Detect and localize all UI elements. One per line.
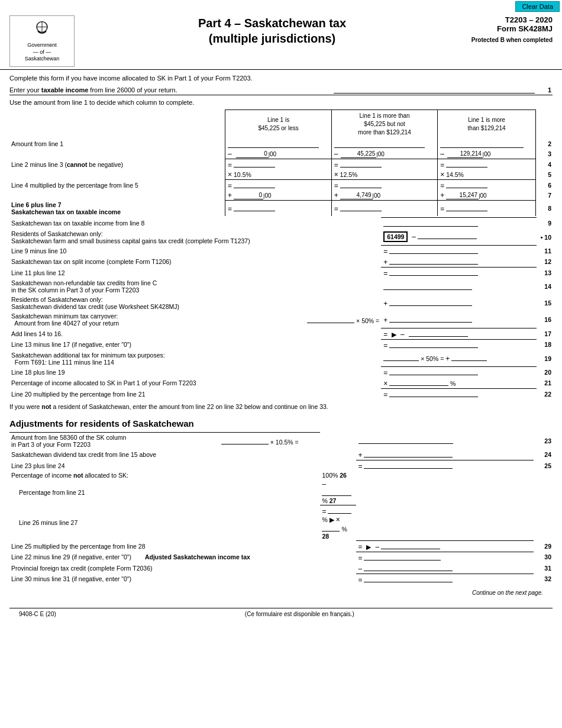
table-row: – 0|00 – 45,225|00 – 129,214|00 3	[9, 149, 553, 159]
table-row: Amount from line 1 2	[9, 138, 553, 149]
table-row: × 10.5% × 12.5% × 14.5% 5	[9, 170, 553, 180]
row2-col3	[438, 138, 535, 149]
table-row: Provincial foreign tax credit (complete …	[9, 563, 553, 574]
table-row: Add lines 14 to 16. = ▶ – 17	[9, 328, 553, 339]
not-resident-instruction: If you were not a resident of Saskatchew…	[9, 403, 553, 410]
table-row: Line 26 minus line 27 = % ▶ × % 28	[9, 505, 553, 541]
table-row: Saskatchewan dividend tax credit from li…	[9, 449, 553, 460]
table-row: Line 22 minus line 29 (if negative, ente…	[9, 552, 553, 563]
row2-label: Amount from line 1	[9, 138, 225, 149]
col2-header: Line 1 is more than$45,225 but notmore t…	[331, 110, 438, 139]
table-row: Line 13 minus line 17 (if negative, ente…	[9, 339, 553, 350]
line-number-1: 1	[535, 86, 553, 94]
table-row: Line 23 plus line 24 = 25	[9, 460, 553, 472]
table-row: Saskatchewan non-refundable tax credits …	[9, 278, 553, 295]
form-title: Part 4 – Saskatchewan tax(multiple juris…	[86, 15, 458, 46]
table-row: Line 11 plus line 12 = 13	[9, 268, 553, 279]
table-row: Percentage from line 21 – % 27	[9, 479, 553, 505]
col1-header: Line 1 is$45,225 or less	[225, 110, 331, 139]
table-row: Percentage of income allocated to SK in …	[9, 378, 553, 389]
clear-data-button[interactable]: Clear Data	[515, 1, 560, 12]
table-row: Line 6 plus line 7Saskatchewan tax on ta…	[9, 201, 553, 216]
main-data-table: Amount from line 1 2 – 0|00 – 45,225|00	[9, 138, 553, 216]
adjustments-heading: Adjustments for residents of Saskatchewa…	[9, 418, 553, 429]
table-row: Line 25 multiplied by the percentage fro…	[9, 540, 553, 552]
table-row: Residents of Saskatchewan only:Saskatche…	[9, 229, 553, 246]
adjustments-table: Amount from line 58360 of the SK columni…	[9, 432, 553, 585]
instruction-1: Complete this form if you have income al…	[9, 75, 553, 82]
form-reference: T2203 – 2020 Form SK428MJ Protected B wh…	[458, 15, 553, 43]
taxable-income-label: Enter your taxable income from line 2600…	[9, 86, 334, 94]
footer-center: (Ce formulaire est disponible en françai…	[245, 611, 354, 617]
instruction-3: Use the amount from line 1 to decide whi…	[9, 99, 553, 106]
column-header-table: Line 1 is$45,225 or less Line 1 is more …	[9, 109, 553, 138]
taxable-income-input[interactable]	[334, 85, 535, 94]
continue-text: Continue on the next page.	[9, 590, 553, 596]
row2-col2	[331, 138, 438, 149]
table-row: Line 4 multiplied by the percentage from…	[9, 180, 553, 191]
logo-text: Government — of — Saskatchewan	[25, 42, 60, 63]
row2-col1	[225, 138, 332, 149]
table-row: Saskatchewan additional tax for minimum …	[9, 350, 553, 367]
table-row: Amount from line 58360 of the SK columni…	[9, 433, 553, 450]
table-row: Percentage of income not allocated to SK…	[9, 471, 553, 479]
table-row: Line 2 minus line 3 (cannot be negative)…	[9, 159, 553, 170]
line-num-2: 2	[535, 138, 553, 149]
table-row: Saskatchewan tax on split income (comple…	[9, 256, 553, 268]
logo-area: Government — of — Saskatchewan	[9, 15, 75, 67]
lower-rows-table: Saskatchewan tax on taxable income from …	[9, 217, 553, 400]
table-row: Line 30 minus line 31 (if negative, ente…	[9, 574, 553, 585]
table-row: Line 9 minus line 10 = 11	[9, 246, 553, 257]
table-row: Saskatchewan tax on taxable income from …	[9, 217, 553, 229]
government-logo-icon	[31, 20, 53, 41]
table-row: + 0|00 + 4,749|00 + 15,247|00 7	[9, 191, 553, 201]
footer-left: 9408-C E (20)	[19, 611, 56, 617]
col3-header: Line 1 is morethan $129,214	[438, 110, 535, 139]
table-row: Residents of Saskatchewan only:Saskatche…	[9, 295, 553, 311]
table-row: Saskatchewan minimum tax carryover: Amou…	[9, 311, 553, 328]
table-row: Line 20 multiplied by the percentage fro…	[9, 389, 553, 400]
table-row: Line 18 plus line 19 = 20	[9, 367, 553, 378]
footer: 9408-C E (20) (Ce formulaire est disponi…	[9, 608, 553, 620]
